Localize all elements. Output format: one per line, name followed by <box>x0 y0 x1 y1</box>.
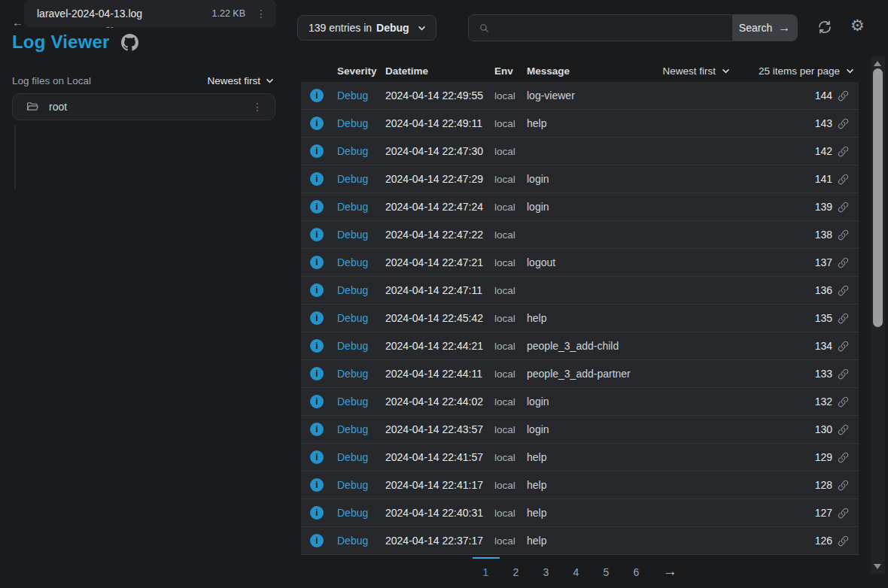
scroll-up-arrow-icon[interactable] <box>874 61 881 66</box>
search-icon <box>478 22 491 35</box>
log-link-button[interactable] <box>838 341 849 352</box>
log-row[interactable]: i Debug 2024-04-14 22:43:57 local login … <box>301 416 859 444</box>
severity-cell: Debug <box>337 340 385 352</box>
search-input[interactable] <box>498 22 723 34</box>
message-cell: people_3_add-partner <box>527 368 815 380</box>
folder-item-root[interactable]: root ⋮ <box>12 93 275 120</box>
log-file-item[interactable]: laravel-2024-04-13.log 1.22 KB ⋮ <box>24 0 276 27</box>
log-row[interactable]: i Debug 2024-04-14 22:49:11 local help 1… <box>301 110 859 138</box>
log-link-button[interactable] <box>838 229 849 241</box>
log-table: i Debug 2024-04-14 22:49:55 local log-vi… <box>301 82 859 555</box>
env-cell: local <box>494 90 527 102</box>
info-icon: i <box>310 144 324 158</box>
log-link-button[interactable] <box>838 480 849 491</box>
env-cell: local <box>494 285 527 296</box>
log-link-button[interactable] <box>838 118 849 129</box>
scroll-down-arrow-icon[interactable] <box>874 564 881 569</box>
page-button[interactable]: 5 <box>593 557 620 578</box>
message-cell: help <box>527 451 815 463</box>
log-row[interactable]: i Debug 2024-04-14 22:41:17 local help 1… <box>301 471 859 499</box>
search-bar: Search → <box>468 14 798 41</box>
link-icon <box>838 313 849 324</box>
log-link-button[interactable] <box>838 396 849 408</box>
log-link-button[interactable] <box>838 508 849 519</box>
per-page-label: 25 items per page <box>759 65 840 77</box>
file-menu-button[interactable]: ⋮ <box>251 6 271 21</box>
page-button[interactable]: 2 <box>503 557 530 578</box>
severity-cell: Debug <box>337 396 385 408</box>
link-icon <box>838 452 849 463</box>
datetime-cell: 2024-04-14 22:43:57 <box>385 423 494 435</box>
log-row[interactable]: i Debug 2024-04-14 22:40:31 local help 1… <box>301 499 859 527</box>
message-cell: help <box>527 479 815 491</box>
message-cell: login <box>527 423 815 435</box>
log-link-button[interactable] <box>838 368 849 380</box>
scrollbar[interactable] <box>871 56 885 574</box>
severity-cell: Debug <box>337 117 385 129</box>
folder-open-icon <box>26 100 39 114</box>
settings-button[interactable]: ⚙ <box>850 17 865 33</box>
log-link-button[interactable] <box>838 424 849 435</box>
log-row[interactable]: i Debug 2024-04-14 22:47:11 local 136 <box>301 277 859 305</box>
log-link-button[interactable] <box>838 174 849 185</box>
log-index: 127 <box>815 507 832 519</box>
log-link-button[interactable] <box>838 257 849 268</box>
per-page-dropdown[interactable]: 25 items per page <box>759 65 854 77</box>
entries-level-dropdown[interactable]: 139 entries in Debug <box>297 15 436 41</box>
datetime-cell: 2024-04-14 22:40:31 <box>385 507 494 519</box>
page-button[interactable]: 4 <box>563 557 590 578</box>
search-button-label: Search <box>739 22 772 34</box>
env-cell: local <box>494 480 527 491</box>
log-link-button[interactable] <box>838 313 849 324</box>
entries-count-label: 139 entries in <box>309 22 372 34</box>
log-row[interactable]: i Debug 2024-04-14 22:45:42 local help 1… <box>301 305 859 332</box>
log-row[interactable]: i Debug 2024-04-14 22:47:24 local login … <box>301 193 859 221</box>
scrollbar-thumb[interactable] <box>873 68 883 327</box>
link-icon <box>838 396 849 408</box>
next-page-button[interactable]: → <box>653 557 688 580</box>
gear-icon: ⚙ <box>850 17 865 34</box>
log-index: 142 <box>815 145 832 157</box>
page-button[interactable]: 6 <box>623 557 650 578</box>
env-cell: local <box>494 229 527 241</box>
link-icon <box>838 341 849 352</box>
datetime-cell: 2024-04-14 22:47:29 <box>385 173 494 185</box>
log-row[interactable]: i Debug 2024-04-14 22:44:11 local people… <box>301 360 859 388</box>
datetime-cell: 2024-04-14 22:44:11 <box>385 368 494 380</box>
log-row[interactable]: i Debug 2024-04-14 22:44:21 local people… <box>301 332 859 360</box>
log-row[interactable]: i Debug 2024-04-14 22:49:55 local log-vi… <box>301 82 859 110</box>
env-cell: local <box>494 118 527 129</box>
github-link[interactable] <box>121 34 138 51</box>
log-link-button[interactable] <box>838 285 849 296</box>
log-row[interactable]: i Debug 2024-04-14 22:47:30 local 142 <box>301 138 859 165</box>
env-cell: local <box>494 452 527 463</box>
log-link-button[interactable] <box>838 535 849 547</box>
refresh-button[interactable] <box>817 19 833 35</box>
log-link-button[interactable] <box>838 146 849 157</box>
datetime-cell: 2024-04-14 22:44:02 <box>385 396 494 408</box>
datetime-cell: 2024-04-14 22:47:30 <box>385 145 494 157</box>
log-link-button[interactable] <box>838 452 849 463</box>
info-icon: i <box>310 339 324 353</box>
folder-menu-button[interactable]: ⋮ <box>248 99 267 114</box>
log-row[interactable]: i Debug 2024-04-14 22:41:57 local help 1… <box>301 444 859 471</box>
search-button[interactable]: Search → <box>732 15 797 41</box>
info-icon: i <box>310 172 324 186</box>
severity-cell: Debug <box>337 312 385 324</box>
log-row[interactable]: i Debug 2024-04-14 22:47:21 local logout… <box>301 249 859 277</box>
datetime-cell: 2024-04-14 22:49:55 <box>385 89 494 102</box>
log-row[interactable]: i Debug 2024-04-14 22:47:22 local 138 <box>301 221 859 249</box>
log-link-button[interactable] <box>838 202 849 213</box>
info-icon: i <box>310 228 324 241</box>
page-button[interactable]: 1 <box>473 557 500 578</box>
log-index: 132 <box>815 396 832 408</box>
env-cell: local <box>494 341 527 352</box>
log-row[interactable]: i Debug 2024-04-14 22:47:29 local login … <box>301 165 859 193</box>
page-button[interactable]: 3 <box>533 557 560 578</box>
log-link-button[interactable] <box>838 90 849 102</box>
link-icon <box>838 146 849 157</box>
table-sort-dropdown[interactable]: Newest first <box>662 65 730 77</box>
log-row[interactable]: i Debug 2024-04-14 22:37:17 local help 1… <box>301 527 859 555</box>
log-row[interactable]: i Debug 2024-04-14 22:44:02 local login … <box>301 388 859 416</box>
files-sort-dropdown[interactable]: Newest first <box>207 75 274 86</box>
